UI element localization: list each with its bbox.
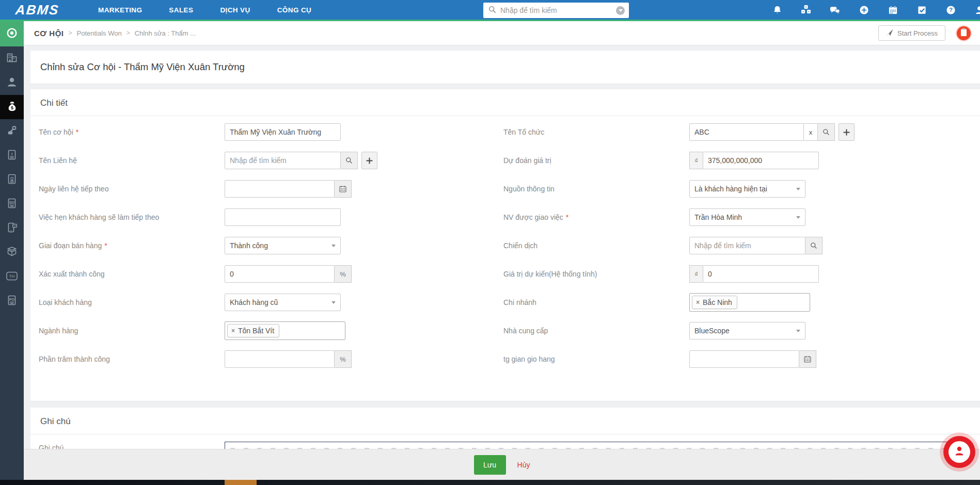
breadcrumb-item-current: Chỉnh sửa : Thẩm ... xyxy=(135,29,196,37)
ten-to-chuc-input[interactable] xyxy=(689,123,804,141)
nav-marketing[interactable]: MARKETING xyxy=(98,6,142,14)
user-icon[interactable] xyxy=(974,5,980,15)
tg-gian-gio-hang-input[interactable] xyxy=(689,350,799,368)
organization-search-button[interactable] xyxy=(818,123,835,141)
nav-dich-vu[interactable]: DỊCH VỤ xyxy=(220,6,250,14)
field-label: Dự đoán giá trị xyxy=(503,156,689,165)
ngay-lien-he-input[interactable] xyxy=(225,180,335,198)
sidebar-item-home[interactable] xyxy=(0,21,24,46)
breadcrumb-module[interactable]: CƠ HỘI xyxy=(34,29,64,38)
tag-remove-icon[interactable]: × xyxy=(696,299,700,306)
field-label: Chiến dịch xyxy=(503,241,689,250)
field-label: Giai đoạn bán hàng* xyxy=(39,241,225,250)
chevron-down-icon xyxy=(331,301,336,304)
viec-hen-input[interactable] xyxy=(225,208,341,226)
support-user-fab[interactable] xyxy=(940,432,979,472)
sidebar-item-organizations[interactable] xyxy=(0,46,24,71)
field-label: Tên Tổ chức xyxy=(503,128,689,136)
help-icon[interactable]: ? xyxy=(945,5,956,15)
main-nav: MARKETING SALES DỊCH VỤ CÔNG CỤ xyxy=(98,6,311,14)
svg-text:TH: TH xyxy=(9,274,15,279)
sidebar-item-sales-orders[interactable]: SO xyxy=(0,192,24,216)
document-i-icon: I xyxy=(6,149,18,163)
sidebar: $ I Q SO xyxy=(0,21,24,480)
app-logo[interactable]: ABMS xyxy=(14,2,78,18)
ten-lien-he-input[interactable] xyxy=(225,152,341,169)
tag-item: ×Tôn Bắt Vít xyxy=(227,324,279,337)
field-label: Tên Liên hệ xyxy=(39,156,225,165)
save-button[interactable]: Lưu xyxy=(474,455,506,475)
sidebar-item-th[interactable]: TH xyxy=(0,265,24,289)
nv-giao-viec-select[interactable]: Trần Hòa Minh xyxy=(689,208,805,226)
field-nha-cung-cap: Nhà cung cấp BlueScope xyxy=(503,322,855,340)
notifications-icon[interactable] xyxy=(772,5,782,15)
nganh-hang-tagbox[interactable]: ×Tôn Bắt Vít xyxy=(225,321,345,340)
chevron-down-icon xyxy=(796,216,800,219)
tasks-icon[interactable] xyxy=(916,5,927,15)
loai-khach-hang-select[interactable]: Khách hàng cũ xyxy=(225,294,341,311)
title-card: Chỉnh sửa Cơ hội - Thẩm Mỹ Viện Xuân Trư… xyxy=(30,51,980,84)
ten-co-hoi-input[interactable] xyxy=(225,123,341,141)
start-process-button[interactable]: Start Process xyxy=(878,25,945,41)
global-search-input[interactable] xyxy=(500,6,616,14)
nav-cong-cu[interactable]: CÔNG CỤ xyxy=(277,6,312,14)
calendar-picker-button[interactable] xyxy=(799,350,816,368)
breadcrumb-item-list[interactable]: Potentials Won xyxy=(76,29,121,37)
apps-icon[interactable] xyxy=(801,5,811,15)
sidebar-item-products[interactable] xyxy=(0,240,24,265)
chi-nhanh-tagbox[interactable]: ×Bắc Ninh xyxy=(689,293,810,312)
giai-doan-select[interactable]: Thành công xyxy=(225,237,341,254)
gia-tri-du-kien-input[interactable] xyxy=(703,265,819,283)
field-label: Tên cơ hội* xyxy=(39,128,225,136)
tag-item: ×Bắc Ninh xyxy=(692,296,737,309)
sidebar-item-contacts[interactable] xyxy=(0,71,24,95)
chien-dich-input[interactable] xyxy=(689,237,805,254)
nha-cung-cap-select[interactable]: BlueScope xyxy=(689,322,805,340)
cancel-button[interactable]: Hủy xyxy=(517,461,530,469)
breadcrumb-bar: CƠ HỘI > Potentials Won > Chỉnh sửa : Th… xyxy=(24,21,980,45)
sidebar-item-quotes[interactable]: Q xyxy=(0,168,24,192)
nguon-thong-tin-select[interactable]: Là khách hàng hiện tại xyxy=(689,180,805,198)
field-ten-lien-he: Tên Liên hệ xyxy=(39,152,377,169)
top-bar: ABMS MARKETING SALES DỊCH VỤ CÔNG CỤ xyxy=(0,0,980,21)
add-icon[interactable] xyxy=(859,5,869,15)
svg-text:Q: Q xyxy=(10,175,13,180)
top-bar-icons: ? xyxy=(772,0,980,20)
calendar-picker-button[interactable] xyxy=(335,180,352,198)
th-badge-icon: TH xyxy=(5,270,19,284)
phan-tram-input[interactable] xyxy=(225,350,335,368)
clipboard-button[interactable] xyxy=(957,26,971,40)
svg-text:I: I xyxy=(11,151,12,156)
calendar-icon[interactable] xyxy=(888,5,898,15)
chevron-down-icon xyxy=(796,188,800,190)
form-column-left: Tên cơ hội* Tên Liên hệ Ngày liên hệ tiế… xyxy=(39,123,377,379)
du-doan-gia-tri-input[interactable] xyxy=(703,152,819,169)
field-label: tg gian gio hang xyxy=(503,355,689,363)
sidebar-item-sms[interactable] xyxy=(0,216,24,240)
messages-icon[interactable] xyxy=(830,5,840,15)
contact-add-button[interactable] xyxy=(361,152,377,169)
organization-clear-button[interactable]: x xyxy=(804,123,818,141)
organization-add-button[interactable] xyxy=(839,123,855,141)
field-label: Phần trăm thành công xyxy=(39,355,225,363)
field-viec-hen: Việc hẹn khách hàng sẽ làm tiếp theo xyxy=(39,208,377,226)
hand-wrench-icon xyxy=(6,124,18,139)
taskbar-orange-segment xyxy=(225,480,257,485)
search-scope-dropdown[interactable] xyxy=(616,6,625,15)
tag-remove-icon[interactable]: × xyxy=(231,327,235,334)
field-xac-xuat: Xác xuất thành công % xyxy=(39,265,377,283)
field-ngay-lien-he: Ngày liên hệ tiếp theo xyxy=(39,180,377,198)
sidebar-item-contracts[interactable]: I xyxy=(0,143,24,168)
xac-xuat-input[interactable] xyxy=(225,265,335,283)
currency-addon: ₫ xyxy=(689,152,703,169)
section-notes-title: Ghi chú xyxy=(30,408,980,427)
percent-addon: % xyxy=(335,350,352,368)
contact-search-button[interactable] xyxy=(341,152,358,169)
sidebar-item-services[interactable] xyxy=(0,119,24,143)
sidebar-item-opportunities[interactable]: $ xyxy=(0,95,24,119)
campaign-search-button[interactable] xyxy=(805,237,823,254)
nav-sales[interactable]: SALES xyxy=(169,6,193,14)
field-label: Giá trị dự kiến(Hệ thống tính) xyxy=(503,270,689,278)
sidebar-item-purchase-orders[interactable]: PO xyxy=(0,289,24,313)
field-label: Loại khách hàng xyxy=(39,298,225,306)
